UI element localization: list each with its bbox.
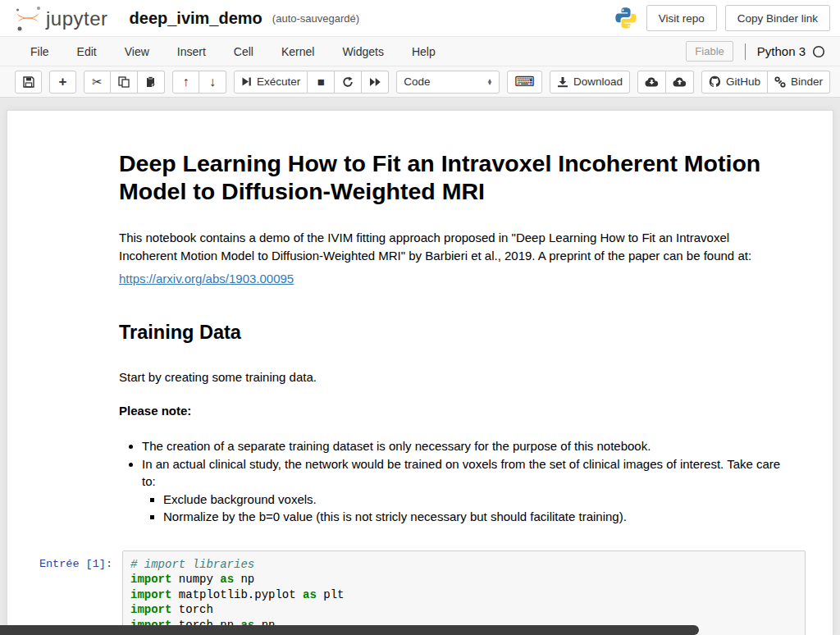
note-bullet-list: The creation of a separate training data… [119, 437, 783, 526]
notebook-page: Deep Learning How to Fit an Intravoxel I… [7, 110, 833, 635]
cell-type-value: Code [404, 75, 430, 88]
menu-kernel[interactable]: Kernel [267, 38, 328, 66]
visit-repo-button[interactable]: Visit repo [646, 5, 717, 31]
python-logo-icon [614, 6, 638, 30]
training-data-paragraph: Start by creating some training data. [119, 370, 783, 384]
cloud-download-button[interactable] [637, 71, 666, 94]
cloud-upload-icon [673, 76, 687, 87]
step-forward-icon [241, 76, 252, 87]
stop-icon: ■ [317, 75, 325, 88]
select-arrows-icon: ▲▼ [486, 79, 492, 85]
markdown-cell-intro[interactable]: Deep Learning How to Fit an Intravoxel I… [119, 149, 783, 526]
download-icon [557, 76, 568, 88]
menu-insert[interactable]: Insert [163, 38, 220, 66]
jupyter-logo-icon [13, 4, 43, 32]
list-item: Exclude background voxels. [163, 491, 783, 509]
paste-cell-button[interactable] [138, 71, 165, 94]
save-icon [23, 76, 34, 88]
download-button[interactable]: Download [550, 71, 630, 94]
restart-run-all-button[interactable] [362, 71, 389, 94]
menu-file[interactable]: File [16, 38, 63, 66]
cut-cell-button[interactable]: ✂ [84, 71, 111, 94]
download-button-label: Download [573, 75, 623, 88]
list-item: Normalize by the b=0 value (this is not … [163, 508, 783, 526]
kernel-indicator: Python 3 [757, 44, 830, 58]
move-cell-up-button[interactable]: ↑ [172, 71, 199, 94]
binder-button-label: Binder [791, 75, 823, 88]
interrupt-kernel-button[interactable]: ■ [308, 71, 335, 94]
github-icon [709, 75, 721, 88]
page-title: Deep Learning How to Fit an Intravoxel I… [119, 149, 775, 205]
notebook-container: Deep Learning How to Fit an Intravoxel I… [0, 98, 840, 635]
paste-icon [145, 76, 157, 88]
trusted-button[interactable]: Fiable [686, 41, 733, 62]
code-editor[interactable]: # import librariesimport numpy as npimpo… [122, 550, 806, 635]
intro-paragraph: This notebook contains a demo of the IVI… [119, 229, 783, 264]
run-button-label: Exécuter [257, 75, 300, 88]
section-title: Training Data [119, 322, 783, 344]
github-button-label: GitHub [726, 75, 760, 88]
copy-cell-button[interactable] [111, 71, 138, 94]
horizontal-scrollbar[interactable] [0, 625, 699, 635]
please-note-label: Please note: [119, 404, 783, 418]
arrow-down-icon: ↓ [209, 75, 216, 89]
plus-icon: + [59, 75, 67, 89]
kernel-idle-icon [812, 45, 825, 58]
list-item: In an actual clinical study, the network… [142, 455, 783, 526]
cloud-upload-button[interactable] [666, 71, 694, 94]
autosave-status: (auto-sauvegardé) [272, 12, 359, 25]
binder-button[interactable]: Binder [768, 71, 830, 94]
arxiv-link[interactable]: https://arxiv.org/abs/1903.00095 [119, 272, 294, 286]
arrow-up-icon: ↑ [183, 75, 189, 89]
copy-binder-link-button[interactable]: Copy Binder link [725, 5, 830, 31]
move-cell-down-button[interactable]: ↓ [199, 71, 226, 94]
binder-link-icon [774, 76, 786, 88]
copy-icon [118, 76, 130, 88]
jupyter-logo-text: jupyter [46, 7, 108, 32]
kernel-divider [745, 43, 746, 60]
menu-edit[interactable]: Edit [63, 38, 111, 66]
cell-input-prompt: Entrée [1]: [7, 550, 122, 570]
menu-help[interactable]: Help [398, 38, 450, 66]
fast-forward-icon [369, 77, 381, 87]
restart-icon [342, 76, 354, 88]
add-cell-button[interactable]: + [49, 71, 76, 94]
run-cell-button[interactable]: Exécuter [234, 71, 308, 94]
code-cell[interactable]: Entrée [1]: # import librariesimport num… [7, 550, 833, 635]
jupyter-logo[interactable]: jupyter [13, 4, 108, 32]
list-item-text: In an actual clinical study, the network… [142, 457, 780, 489]
restart-kernel-button[interactable] [335, 71, 362, 94]
notebook-header: jupyter deep_ivim_demo (auto-sauvegardé)… [0, 0, 840, 36]
code-lines: # import librariesimport numpy as npimpo… [130, 557, 797, 635]
keyboard-icon: ⌨ [514, 75, 535, 89]
kernel-name: Python 3 [757, 44, 806, 58]
menu-cell[interactable]: Cell [220, 38, 267, 66]
cut-icon: ✂ [92, 75, 103, 88]
menu-view[interactable]: View [111, 38, 163, 66]
list-item: The creation of a separate training data… [142, 437, 783, 455]
toolbar: + ✂ ↑ ↓ [0, 66, 840, 98]
cloud-download-icon [645, 76, 659, 87]
command-palette-button[interactable]: ⌨ [507, 71, 542, 94]
github-button[interactable]: GitHub [701, 71, 768, 94]
save-button[interactable] [15, 71, 42, 94]
note-sub-list: Exclude background voxels. Normalize by … [142, 491, 783, 526]
notebook-title[interactable]: deep_ivim_demo [130, 9, 262, 28]
menu-bar: File Edit View Insert Cell Kernel Widget… [0, 36, 840, 66]
menu-widgets[interactable]: Widgets [328, 38, 398, 66]
cell-type-select[interactable]: Code ▲▼ [396, 71, 500, 94]
